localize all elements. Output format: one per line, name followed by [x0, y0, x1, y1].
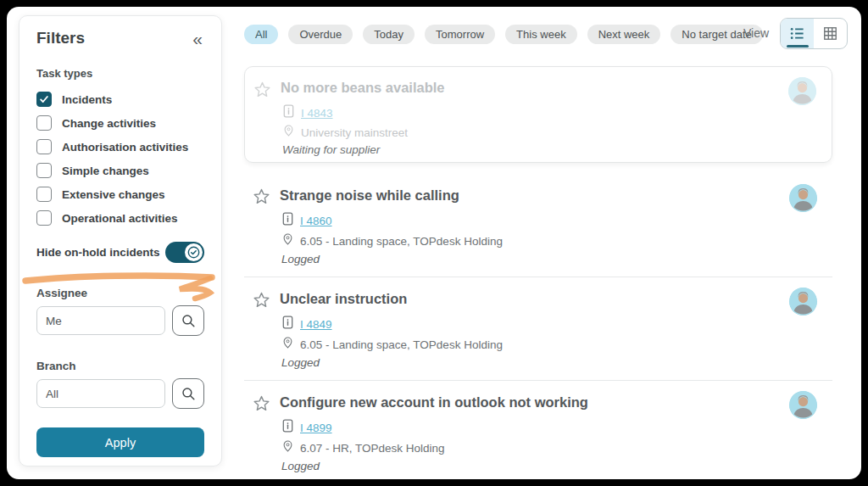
filter-pill-tomorrow[interactable]: Tomorrow: [425, 25, 495, 44]
location-pin-icon: [281, 232, 294, 249]
star-icon[interactable]: [253, 394, 270, 416]
filter-pill-all[interactable]: All: [244, 25, 278, 44]
incident-ticket-icon: [281, 419, 294, 436]
task-row[interactable]: Configure new account in outlook not wor…: [244, 381, 832, 479]
branch-label: Branch: [36, 360, 204, 372]
filter-pill-overdue[interactable]: Overdue: [288, 25, 353, 44]
grid-view-icon: [822, 25, 838, 42]
filters-header: Filters «: [36, 28, 204, 48]
task-type-checkbox-row[interactable]: Simple changes: [36, 159, 204, 182]
toggle-knob: [185, 243, 203, 261]
filter-pill-today[interactable]: Today: [363, 25, 415, 44]
assignee-label: Assignee: [36, 287, 204, 299]
checkbox-unchecked-icon[interactable]: [36, 139, 52, 154]
task-type-checkbox-row[interactable]: Incidents: [36, 87, 204, 111]
view-grid-button[interactable]: [814, 19, 847, 48]
branch-row: [36, 378, 204, 409]
search-icon: [181, 313, 197, 329]
task-status: Logged: [281, 460, 320, 472]
hide-onhold-row: Hide on-hold incidents: [36, 242, 204, 263]
task-type-checkbox-row[interactable]: Extensive changes: [36, 182, 204, 206]
checkbox-checked-icon[interactable]: [36, 92, 52, 107]
task-type-label: Extensive changes: [62, 188, 165, 201]
filters-panel: Filters « Task types IncidentsChange act…: [19, 15, 222, 466]
task-types-label: Task types: [36, 67, 204, 80]
checkbox-unchecked-icon[interactable]: [36, 210, 52, 226]
star-icon[interactable]: [253, 291, 270, 312]
filter-pill-this-week[interactable]: This week: [505, 25, 577, 44]
target-date-filter-bar: AllOverdueTodayTomorrowThis weekNext wee…: [244, 25, 763, 44]
task-status: Logged: [281, 356, 320, 369]
checkbox-unchecked-icon[interactable]: [36, 115, 52, 131]
location-pin-icon: [281, 336, 294, 353]
assignee-avatar: [789, 184, 817, 212]
task-type-label: Authorisation activities: [62, 141, 188, 154]
task-type-label: Incidents: [62, 93, 112, 106]
assignee-row: [36, 305, 204, 336]
task-status: Waiting for supplier: [282, 143, 380, 156]
incident-ticket-icon: [281, 212, 294, 229]
task-row[interactable]: Strange noise while calling I 4860 6.05 …: [244, 174, 832, 277]
person-photo-icon: [789, 391, 817, 419]
task-location: 6.07 - HR, TOPdesk Holding: [300, 442, 445, 455]
app-window: Filters « Task types IncidentsChange act…: [7, 7, 861, 479]
location-pin-icon: [282, 124, 295, 141]
task-id-link[interactable]: I 4843: [301, 107, 333, 120]
branch-search-button[interactable]: [172, 378, 204, 409]
task-row[interactable]: Unclear instruction I 4849 6.05 - Landin…: [244, 277, 832, 381]
branch-input[interactable]: [36, 379, 165, 408]
task-type-list: IncidentsChange activitiesAuthorisation …: [36, 87, 204, 230]
view-toggle: [780, 18, 848, 49]
task-location: 6.05 - Landing space, TOPdesk Holding: [300, 338, 503, 351]
task-list: No more beans available I 4843 Universit…: [244, 66, 832, 479]
person-photo-icon: [789, 288, 817, 316]
hide-onhold-toggle[interactable]: [165, 242, 204, 263]
task-type-checkbox-row[interactable]: Operational activities: [36, 206, 204, 230]
assignee-input[interactable]: [36, 306, 165, 335]
apply-button[interactable]: Apply: [36, 427, 204, 457]
list-view-icon: [789, 25, 805, 42]
task-title: No more beans available: [281, 80, 445, 96]
view-list-button[interactable]: [781, 19, 814, 48]
incident-ticket-icon: [282, 104, 295, 121]
person-photo-icon: [788, 77, 816, 105]
task-title: Configure new account in outlook not wor…: [280, 394, 588, 411]
task-status: Logged: [281, 253, 320, 265]
task-type-checkbox-row[interactable]: Change activities: [36, 111, 204, 135]
assignee-search-button[interactable]: [172, 305, 204, 336]
hide-onhold-label: Hide on-hold incidents: [36, 246, 160, 259]
task-id-link[interactable]: I 4860: [300, 215, 332, 227]
task-type-label: Change activities: [62, 117, 156, 130]
task-type-label: Operational activities: [62, 212, 178, 225]
person-photo-icon: [789, 184, 817, 212]
star-icon[interactable]: [253, 187, 270, 209]
task-type-checkbox-row[interactable]: Authorisation activities: [36, 135, 204, 159]
view-label: View: [743, 26, 769, 40]
assignee-avatar: [789, 391, 817, 419]
checkbox-unchecked-icon[interactable]: [36, 187, 52, 202]
task-title: Strange noise while calling: [280, 187, 459, 204]
task-location: 6.05 - Landing space, TOPdesk Holding: [300, 235, 503, 248]
task-id-link[interactable]: I 4899: [300, 422, 332, 434]
filter-pill-next-week[interactable]: Next week: [587, 25, 661, 44]
location-pin-icon: [281, 439, 294, 456]
task-location: University mainstreet: [301, 126, 408, 139]
checkbox-unchecked-icon[interactable]: [36, 163, 52, 178]
search-icon: [181, 386, 197, 402]
task-row[interactable]: No more beans available I 4843 Universit…: [244, 66, 832, 163]
collapse-panel-icon[interactable]: «: [191, 30, 204, 47]
check-circle-icon: [187, 246, 200, 259]
incident-ticket-icon: [281, 316, 294, 332]
assignee-avatar: [789, 288, 817, 316]
task-id-link[interactable]: I 4849: [300, 318, 332, 331]
assignee-avatar: [788, 77, 816, 105]
star-icon[interactable]: [253, 81, 271, 102]
task-type-label: Simple changes: [62, 165, 149, 177]
task-title: Unclear instruction: [280, 291, 407, 307]
filters-title: Filters: [36, 29, 85, 47]
